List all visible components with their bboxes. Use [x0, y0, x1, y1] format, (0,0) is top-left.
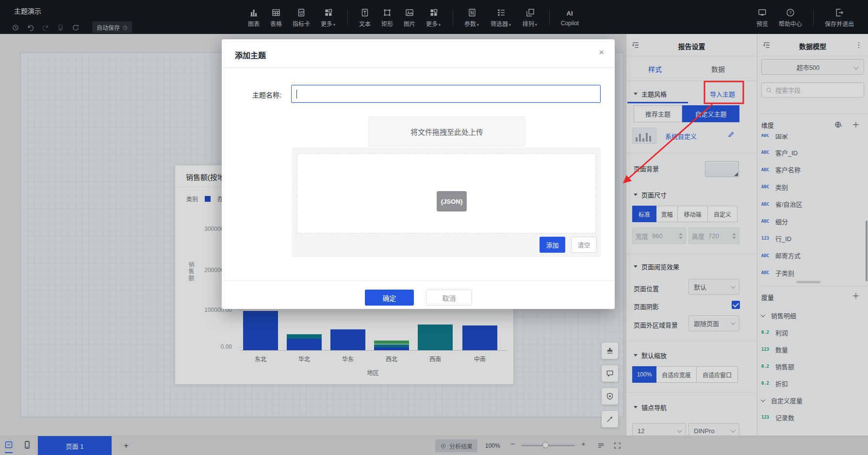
insert-shape-button[interactable]: 矩形: [381, 8, 393, 28]
outside-background-dropdown[interactable]: 跟随页面: [688, 315, 739, 331]
bar-segment-华东[interactable]: [330, 329, 365, 350]
import-theme-link[interactable]: 导入主题: [710, 89, 735, 98]
recommended-theme-button[interactable]: 推荐主题: [634, 105, 682, 122]
add-dimension-icon[interactable]: [852, 120, 860, 129]
page-width-stepper[interactable]: 宽度 960: [632, 228, 686, 244]
analyze-result-button[interactable]: 分析结果: [435, 439, 477, 452]
zoom-in-button[interactable]: +: [581, 439, 586, 448]
comment-button[interactable]: [602, 365, 618, 382]
dimension-field-子类别[interactable]: ABC子类别: [761, 268, 861, 277]
autosave-badge[interactable]: 自动保存 ◷: [92, 21, 132, 33]
panel-menu-icon[interactable]: [854, 41, 863, 49]
bar-segment-中南[interactable]: [462, 325, 497, 350]
dimension-field-省/自治区[interactable]: ABC省/自治区: [761, 199, 861, 209]
add-file-button[interactable]: 添加: [540, 237, 565, 253]
page-tab[interactable]: 页面 1: [38, 436, 112, 455]
page-size-section[interactable]: 页面尺寸: [634, 190, 667, 199]
segment-option[interactable]: 自定义: [707, 206, 737, 222]
page-view-section[interactable]: 页面阅览效果: [634, 262, 679, 271]
bar-segment-西南[interactable]: [418, 325, 453, 350]
cancel-button[interactable]: 取消: [426, 290, 472, 306]
insert-more-button[interactable]: 更多▼: [321, 8, 336, 28]
close-icon[interactable]: ×: [599, 48, 604, 57]
segment-option[interactable]: 100%: [632, 366, 656, 383]
segment-option[interactable]: 自适应窗口: [696, 366, 738, 383]
insert-image-button[interactable]: 图片: [404, 8, 415, 28]
tab-data[interactable]: 数据: [711, 64, 725, 74]
insert-more-widgets-button[interactable]: 更多▼: [426, 8, 442, 28]
theme-style-section[interactable]: 主题风格: [634, 89, 667, 98]
clear-file-button[interactable]: 清空: [571, 237, 597, 253]
arrange-button[interactable]: 排列▼: [523, 8, 538, 28]
measure-field-利润[interactable]: 0.2利润: [761, 327, 861, 337]
segment-option[interactable]: 自适应宽度: [656, 366, 697, 383]
bar-segment-东北[interactable]: [243, 311, 278, 350]
bar-segment-西北[interactable]: [374, 341, 409, 344]
page-position-dropdown[interactable]: 默认: [688, 279, 739, 295]
page-height-stepper[interactable]: 高度 720: [688, 228, 739, 244]
insert-chart-button[interactable]: 图表: [248, 8, 260, 28]
page-shadow-checkbox[interactable]: [732, 301, 740, 309]
section-resize-handle[interactable]: [796, 281, 820, 283]
bar-segment-华北[interactable]: [287, 339, 322, 350]
zoom-slider-knob[interactable]: [542, 442, 549, 448]
dimension-field-国家[interactable]: ABC国家: [761, 134, 861, 140]
tab-style[interactable]: 样式: [648, 64, 662, 74]
measure-field-记录数[interactable]: 123记录数: [761, 412, 861, 422]
dataset-dropdown[interactable]: 超市500: [761, 59, 864, 75]
confirm-button[interactable]: 确定: [365, 290, 414, 306]
desktop-view-icon[interactable]: [4, 440, 14, 450]
redo-icon[interactable]: [42, 24, 49, 32]
fullscreen-icon[interactable]: [613, 441, 622, 450]
dimension-field-邮寄方式[interactable]: ABC邮寄方式: [761, 251, 861, 260]
preview-button[interactable]: 预览: [756, 8, 768, 28]
save-and-exit-button[interactable]: 保存并退出: [825, 8, 854, 28]
clear-icon[interactable]: [57, 24, 65, 32]
insert-table-button[interactable]: 表格: [270, 8, 282, 28]
theme-thumbnail[interactable]: [632, 128, 656, 144]
measure-field-折扣[interactable]: 0.2折扣: [761, 378, 861, 388]
history-clock-icon[interactable]: [12, 24, 19, 32]
measure-field-销售额[interactable]: 0.2销售额: [761, 361, 861, 371]
mobile-view-icon[interactable]: [22, 440, 32, 450]
dimension-field-客户名称[interactable]: ABC客户名称: [761, 165, 861, 175]
current-theme-name[interactable]: 系统自定义: [665, 131, 697, 141]
theme-name-input[interactable]: [291, 85, 601, 103]
insert-text-button[interactable]: 文本: [359, 8, 371, 28]
zoom-out-button[interactable]: −: [510, 439, 515, 448]
edit-theme-pencil-icon[interactable]: [727, 130, 735, 138]
field-search-input[interactable]: 搜索字段: [761, 82, 864, 98]
dimension-field-客户_ID[interactable]: ABC客户_ID: [761, 147, 861, 157]
segment-option[interactable]: 标准: [632, 206, 656, 222]
help-center-button[interactable]: ?帮助中心: [779, 8, 802, 28]
measure-field-数量[interactable]: 123数量: [761, 344, 861, 354]
dimension-field-细分[interactable]: ABC细分: [761, 216, 861, 226]
custom-theme-button[interactable]: 自定义主题: [682, 105, 739, 122]
dimension-field-行_ID[interactable]: 123行_ID: [761, 233, 861, 243]
measure-group-销售明细[interactable]: 销售明细: [761, 310, 861, 320]
add-component-button[interactable]: [602, 388, 618, 405]
bar-segment-华北[interactable]: [287, 334, 322, 339]
parameters-button[interactable]: 参数▼: [464, 8, 480, 28]
segment-option[interactable]: 移动端: [677, 206, 708, 222]
stepper-arrows-icon[interactable]: [732, 233, 736, 239]
add-page-button[interactable]: +: [119, 439, 133, 453]
stepper-arrows-icon[interactable]: [679, 233, 683, 239]
stamp-tool-button[interactable]: [602, 342, 618, 359]
ai-analysis-button[interactable]: [602, 411, 618, 427]
segment-option[interactable]: 宽幅: [656, 206, 678, 222]
default-zoom-section[interactable]: 默认缩放: [634, 351, 667, 360]
add-measure-icon[interactable]: [852, 292, 860, 300]
filters-button[interactable]: 筛选器▼: [491, 8, 512, 28]
layout-guide-icon[interactable]: [597, 441, 605, 450]
refresh-icon[interactable]: [72, 24, 80, 32]
dimension-field-类别[interactable]: ABC类别: [761, 182, 861, 192]
page-background-swatch[interactable]: [705, 161, 739, 177]
panel-scrollbar-thumb[interactable]: [866, 221, 868, 281]
globe-icon[interactable]: [834, 120, 843, 129]
anchor-nav-section[interactable]: 锚点导航: [634, 403, 667, 412]
measure-group-自定义度量[interactable]: 自定义度量: [761, 395, 861, 405]
ai-copilot-button[interactable]: AICopilot: [561, 8, 579, 27]
insert-kpi-card-button[interactable]: 123指标卡: [293, 8, 310, 28]
bar-segment-西北[interactable]: [374, 347, 409, 350]
